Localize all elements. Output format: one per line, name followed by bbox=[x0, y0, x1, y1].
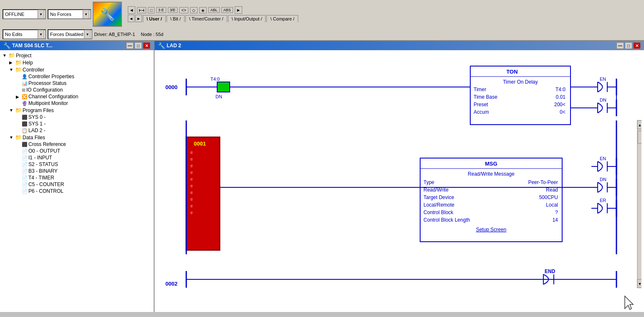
lad2-close-btn[interactable]: ✕ bbox=[633, 42, 641, 49]
diamond-icon[interactable]: ◇ bbox=[190, 7, 198, 13]
svg-text:▼: ▼ bbox=[638, 282, 641, 286]
header-area: OFFLINE ▼ No Forces ▼ 🔧 ◄ ⊢⊣ □ 3 E 3/E <… bbox=[0, 0, 644, 41]
binary-icon: 📄 bbox=[22, 169, 28, 174]
toolbar-row2: No Edits ▼ Forces Disabled ▼ Driver: AB_… bbox=[0, 28, 644, 40]
tree-item-counter[interactable]: 📄 C5 - COUNTER bbox=[15, 181, 152, 188]
tree-item-channel-config[interactable]: ▶ 🔀 Channel Configuration bbox=[15, 93, 152, 100]
offline-arrow[interactable]: ▼ bbox=[38, 10, 44, 19]
msg-localremote-label: Local/Remote bbox=[423, 202, 454, 208]
proc-status-label: Processor Status bbox=[28, 80, 66, 86]
abl-icon[interactable]: ABL bbox=[208, 7, 220, 13]
lad2-label: LAD 2 - bbox=[28, 128, 46, 133]
tree-item-input[interactable]: 📄 I1 - INPUT bbox=[15, 154, 152, 161]
datafiles-expand[interactable]: ▼ bbox=[9, 135, 14, 140]
tree-item-lad2[interactable]: 📋 LAD 2 - bbox=[15, 127, 152, 134]
contact-icon[interactable]: ⊢⊣ bbox=[137, 7, 146, 13]
lad2-maximize-btn[interactable]: □ bbox=[625, 42, 632, 49]
tree-item-sys1[interactable]: ⬛ SYS 1 - bbox=[15, 120, 152, 127]
abs-icon[interactable]: ABS bbox=[221, 7, 233, 13]
tab-input-output[interactable]: \ Input/Output / bbox=[228, 15, 266, 22]
help-expand[interactable]: ▶ bbox=[9, 60, 14, 65]
box-icon[interactable]: □ bbox=[148, 7, 155, 13]
forces-disabled-dropdown[interactable]: Forces Disabled ▼ bbox=[48, 29, 92, 39]
multi-icon: 🔮 bbox=[22, 101, 28, 106]
msg-rw-value: Read bbox=[546, 187, 558, 193]
forces-disabled-arrow[interactable]: ▼ bbox=[84, 30, 91, 39]
rung0000-number: 0000 bbox=[165, 84, 177, 90]
tree-item-io-config[interactable]: ⊞ IO Configuration bbox=[15, 87, 152, 93]
tree-item-timer[interactable]: 📄 T4 - TIMER bbox=[15, 174, 152, 181]
tree-item-binary[interactable]: 📄 B3 - BINARY bbox=[15, 168, 152, 174]
lad2-title: LAD 2 bbox=[167, 43, 181, 49]
lad2-title-left: 🔧 LAD 2 bbox=[158, 42, 181, 49]
tree-item-sys0[interactable]: ⬛ SYS 0 - bbox=[15, 114, 152, 120]
msg-setup-screen: Setup Screen bbox=[476, 227, 507, 233]
tam-minimize-btn[interactable]: — bbox=[126, 42, 134, 49]
msg-title: MSG bbox=[485, 161, 497, 167]
tree-view: ▼ 📁 Project ▶ 📁 Help ▼ 📁 Controller 👤 Co… bbox=[0, 50, 154, 312]
tree-item-control[interactable]: 📄 P6 - CONTROL bbox=[15, 188, 152, 194]
coil0001-dn: DN bbox=[600, 177, 606, 182]
datafiles-folder-icon: 📁 bbox=[15, 134, 22, 141]
tab-compare[interactable]: \ Compare / bbox=[266, 15, 298, 22]
3e-icon[interactable]: 3 E bbox=[156, 7, 166, 13]
progfiles-expand[interactable]: ▼ bbox=[9, 108, 14, 112]
channel-label: Channel Configuration bbox=[28, 94, 78, 100]
io-label: IO Configuration bbox=[26, 87, 63, 93]
tab-bit[interactable]: \ Bit / bbox=[167, 15, 185, 22]
root-expand[interactable]: ▼ bbox=[3, 53, 8, 58]
tree-item-proc-status[interactable]: 📊 Processor Status bbox=[15, 80, 152, 87]
left-section: 🔧 TAM S04 SLC T... — □ ✕ ▼ 📁 Project ▶ 📁 bbox=[0, 41, 155, 312]
control-label: P6 - CONTROL bbox=[28, 188, 63, 194]
msg-target-value: 500CPU bbox=[539, 194, 558, 200]
tab-timer-counter[interactable]: \ Timer/Counter / bbox=[185, 15, 227, 22]
tab-user[interactable]: \ User / bbox=[143, 15, 166, 22]
3fe-icon[interactable]: 3/E bbox=[168, 7, 178, 13]
lad2-minimize-btn[interactable]: — bbox=[616, 42, 624, 49]
tam-window-buttons: — □ ✕ bbox=[126, 42, 150, 49]
tree-item-multipoint[interactable]: 🔮 Multipoint Monitor bbox=[15, 100, 152, 107]
ton-preset-value: 200< bbox=[554, 102, 565, 107]
angle-icon[interactable]: <> bbox=[179, 7, 188, 13]
forces-dropdown[interactable]: No Forces ▼ bbox=[48, 9, 91, 19]
tree-item-controller[interactable]: ▼ 📁 Controller bbox=[8, 66, 152, 73]
offline-dropdown[interactable]: OFFLINE ▼ bbox=[3, 9, 46, 19]
tam-maximize-btn[interactable]: □ bbox=[134, 42, 142, 49]
channel-expand[interactable]: ▶ bbox=[16, 95, 21, 99]
forces-arrow[interactable]: ▼ bbox=[83, 10, 89, 19]
error-e7: e bbox=[190, 190, 193, 195]
svg-text:▲: ▲ bbox=[638, 123, 641, 127]
tree-item-crossref[interactable]: ⬛ Cross Reference bbox=[15, 141, 152, 148]
sys1-label: SYS 1 - bbox=[28, 121, 46, 127]
tree-item-ctrl-props[interactable]: 👤 Controller Properties bbox=[15, 73, 152, 80]
tree-item-s2status[interactable]: 📄 S2 - STATUS bbox=[15, 161, 152, 168]
controller-expand[interactable]: ▼ bbox=[9, 67, 14, 72]
ctrl-props-icon: 👤 bbox=[22, 74, 28, 79]
tab-left-arrow[interactable]: ◄ bbox=[128, 15, 134, 22]
msg-target-label: Target Device bbox=[423, 194, 454, 200]
diamond2-icon[interactable]: ◈ bbox=[199, 7, 207, 13]
tree-root[interactable]: ▼ 📁 Project bbox=[2, 52, 152, 59]
s2status-label: S2 - STATUS bbox=[28, 161, 58, 167]
ctrl-props-label: Controller Properties bbox=[28, 74, 74, 79]
ton-timebase-value: 0.01 bbox=[556, 94, 566, 100]
scroll-left-btn[interactable]: ◄ bbox=[128, 6, 135, 14]
tree-item-program-files[interactable]: ▼ 📁 Program Files bbox=[8, 107, 152, 114]
edits-arrow[interactable]: ▼ bbox=[38, 30, 44, 39]
svg-rect-4 bbox=[217, 82, 230, 92]
tree-item-help[interactable]: ▶ 📁 Help bbox=[8, 59, 152, 66]
binary-label: B3 - BINARY bbox=[28, 168, 58, 174]
msg-rw-label: Read/Write bbox=[423, 187, 449, 193]
right-toolbar: ◄ ⊢⊣ □ 3 E 3/E <> ◇ ◈ ABL ABS ► ◄ ► \ Us… bbox=[128, 6, 298, 22]
tree-item-data-files[interactable]: ▼ 📁 Data Files bbox=[8, 134, 152, 141]
tam-close-btn[interactable]: ✕ bbox=[143, 42, 150, 49]
forces-disabled-label: Forces Disabled bbox=[49, 32, 84, 37]
edits-dropdown[interactable]: No Edits ▼ bbox=[3, 29, 46, 39]
help-folder-icon: 📁 bbox=[15, 59, 22, 66]
tree-item-output[interactable]: 📄 O0 - OUTPUT bbox=[15, 148, 152, 154]
tab-right-arrow[interactable]: ► bbox=[135, 15, 142, 22]
offline-label: OFFLINE bbox=[4, 12, 38, 17]
scroll-right-btn[interactable]: ► bbox=[235, 6, 242, 14]
tab-row: ◄ ► \ User / \ Bit / \ Timer/Counter / \… bbox=[128, 15, 298, 22]
edits-label: No Edits bbox=[4, 32, 38, 37]
